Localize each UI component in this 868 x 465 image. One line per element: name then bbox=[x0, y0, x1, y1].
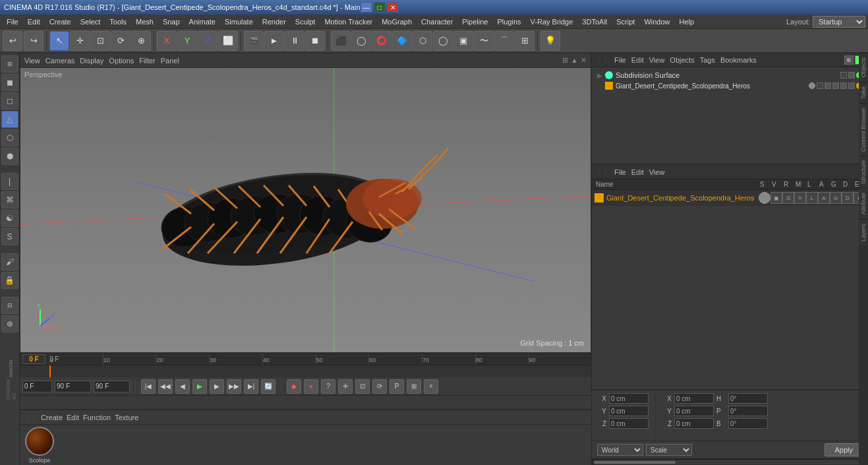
attr-data-row[interactable]: Giant_Desert_Centipede_Scolopendra_Heros… bbox=[592, 190, 868, 206]
render-region-button[interactable]: 🎬 bbox=[244, 31, 264, 51]
param-icon[interactable]: P bbox=[390, 379, 404, 394]
attr-l-cell[interactable]: L bbox=[806, 192, 818, 204]
obj-menu-view[interactable]: View bbox=[649, 56, 665, 64]
attr-g-cell[interactable]: G bbox=[830, 192, 842, 204]
attr-a-cell[interactable]: A bbox=[818, 192, 830, 204]
attr-v-cell[interactable]: ▣ bbox=[770, 192, 782, 204]
z2-input[interactable] bbox=[674, 418, 714, 429]
record-icon[interactable]: ● bbox=[304, 379, 318, 394]
timeline-marks[interactable]: 0 10 20 30 40 50 60 70 80 90 bbox=[49, 354, 581, 365]
next-key-button[interactable]: ▶ bbox=[210, 379, 224, 394]
obj-row-centipede[interactable]: Giant_Desert_Centipede_Scolopendra_Heros bbox=[594, 80, 865, 91]
menu-vray[interactable]: V-Ray Bridge bbox=[527, 16, 577, 27]
x2-input[interactable] bbox=[674, 393, 714, 404]
viewport-menu-filter[interactable]: Filter bbox=[139, 57, 155, 65]
y-axis-button[interactable]: Y bbox=[177, 31, 197, 51]
scale-mode-button[interactable]: ⊡ bbox=[90, 31, 110, 51]
render-button[interactable]: ▶ bbox=[264, 31, 284, 51]
obj-menu-bookmarks[interactable]: Bookmarks bbox=[720, 56, 757, 64]
bezier-button[interactable]: ⌒ bbox=[494, 31, 514, 51]
all-icon[interactable]: ⊞ bbox=[407, 379, 421, 394]
scroll-track[interactable] bbox=[593, 460, 867, 464]
attr-r-cell[interactable]: ⊡ bbox=[782, 192, 794, 204]
cone-button[interactable]: 🔷 bbox=[392, 31, 412, 51]
attr-m-cell[interactable]: ≡ bbox=[794, 192, 806, 204]
move-key-icon[interactable]: ✛ bbox=[338, 379, 353, 394]
attr-menu-file[interactable]: File bbox=[614, 168, 626, 176]
model-mode-button[interactable]: ◼ bbox=[1, 74, 18, 91]
play-button[interactable]: ▶ bbox=[192, 379, 207, 394]
viewport-canvas[interactable]: X Y Z Grid Spacing : 1 cm Perspective bbox=[20, 68, 591, 352]
tab-attribute[interactable]: Attribute bbox=[859, 188, 868, 219]
max-frame-input[interactable] bbox=[94, 381, 130, 392]
mat-menu-edit[interactable]: Edit bbox=[67, 414, 79, 421]
menu-motion-tracker[interactable]: Motion Tracker bbox=[320, 16, 376, 27]
y2-input[interactable] bbox=[674, 406, 714, 416]
menu-sculpt[interactable]: Sculpt bbox=[291, 16, 320, 27]
menu-snap[interactable]: Snap bbox=[159, 16, 184, 27]
plane-button[interactable]: ▣ bbox=[453, 31, 473, 51]
viewport-close-icon[interactable]: ✕ bbox=[581, 56, 587, 65]
menu-edit[interactable]: Edit bbox=[24, 16, 44, 27]
scale-key-icon[interactable]: ⊡ bbox=[355, 379, 370, 394]
tab-content-browser[interactable]: Content Browser bbox=[859, 103, 868, 156]
world-dropdown[interactable]: World Object bbox=[597, 444, 643, 456]
sub-ctrl1[interactable] bbox=[840, 72, 847, 78]
end-frame-input[interactable] bbox=[55, 381, 91, 392]
mat-menu-function[interactable]: Function bbox=[83, 414, 111, 421]
rotate-key-icon[interactable]: ⟳ bbox=[372, 379, 387, 394]
close-button[interactable]: ✕ bbox=[387, 2, 399, 13]
mat-menu-texture[interactable]: Texture bbox=[115, 414, 138, 421]
h-input[interactable] bbox=[728, 393, 768, 404]
menu-select[interactable]: Select bbox=[76, 16, 105, 27]
apply-button[interactable]: Apply bbox=[825, 443, 863, 456]
go-to-end-button[interactable]: ▶| bbox=[244, 379, 258, 394]
centi-eye[interactable] bbox=[809, 82, 815, 89]
menu-plugins[interactable]: Plugins bbox=[493, 16, 525, 27]
obj-menu-tags[interactable]: Tags bbox=[700, 56, 715, 64]
x-input[interactable] bbox=[609, 393, 649, 404]
obj-row-subdivision[interactable]: ▶ Subdivision Surface bbox=[594, 70, 865, 80]
sphere-button[interactable]: ◯ bbox=[351, 31, 371, 51]
render-stop-button[interactable]: ⏹ bbox=[305, 31, 325, 51]
menu-file[interactable]: File bbox=[3, 16, 22, 27]
menu-tools[interactable]: Tools bbox=[105, 16, 130, 27]
torus-button[interactable]: ⬡ bbox=[413, 31, 432, 51]
paint-tool-button[interactable]: 🖌 bbox=[1, 253, 18, 270]
obj-menu-file[interactable]: File bbox=[614, 56, 626, 64]
right-panel-scrollbar[interactable] bbox=[592, 458, 868, 465]
layer-button[interactable]: ⊟ bbox=[1, 297, 18, 314]
spline-button[interactable]: 〜 bbox=[474, 31, 494, 51]
keyframe-icon[interactable]: ◆ bbox=[287, 379, 301, 394]
material-preview[interactable] bbox=[25, 427, 54, 456]
mat-menu-create[interactable]: Create bbox=[41, 414, 63, 421]
z-input[interactable] bbox=[609, 418, 649, 429]
go-to-start-button[interactable]: |◀ bbox=[141, 379, 156, 394]
scroll-thumb[interactable] bbox=[594, 461, 676, 464]
menu-script[interactable]: Script bbox=[612, 16, 639, 27]
attr-menu-view[interactable]: View bbox=[649, 168, 665, 176]
tab-objects[interactable]: Objects bbox=[859, 53, 868, 82]
attr-menu-edit[interactable]: Edit bbox=[631, 168, 644, 176]
timeline-track[interactable] bbox=[20, 365, 591, 377]
light-button[interactable]: 💡 bbox=[540, 31, 560, 51]
render-settings-button[interactable]: ⏸ bbox=[285, 31, 304, 51]
menu-simulate[interactable]: Simulate bbox=[221, 16, 257, 27]
selection-tool-button[interactable]: S bbox=[1, 228, 18, 245]
point-mode-button[interactable]: ⬡ bbox=[1, 129, 18, 146]
lock-button[interactable]: 🔒 bbox=[1, 272, 18, 289]
loop-button[interactable]: 🔄 bbox=[261, 379, 275, 394]
centi-ctrl2[interactable] bbox=[825, 82, 831, 89]
scale-dropdown[interactable]: Scale bbox=[646, 444, 692, 456]
obj-menu-objects[interactable]: Objects bbox=[670, 56, 694, 64]
viewport-menu-view[interactable]: View bbox=[24, 57, 40, 65]
poly-mode-button[interactable]: ⬢ bbox=[1, 148, 18, 165]
viewport-menu-cameras[interactable]: Cameras bbox=[45, 57, 75, 65]
centi-ctrl1[interactable] bbox=[817, 82, 823, 89]
edge-mode-button[interactable]: △ bbox=[1, 111, 18, 128]
knife-tool-button[interactable]: | bbox=[1, 173, 18, 190]
menu-create[interactable]: Create bbox=[45, 16, 75, 27]
lock-axis-button[interactable]: ⬜ bbox=[218, 31, 238, 51]
centi-ctrl5[interactable] bbox=[848, 82, 855, 89]
tab-structure[interactable]: Structure bbox=[859, 156, 868, 189]
